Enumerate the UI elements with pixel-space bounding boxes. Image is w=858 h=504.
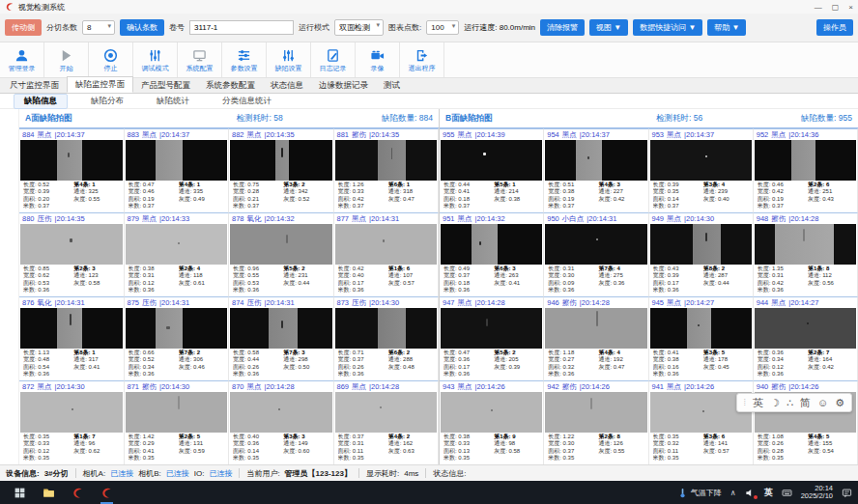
- metric-line: 灰度: 0.40: [703, 196, 751, 203]
- run-mode-select[interactable]: 双面检测: [334, 19, 384, 36]
- defect-cell[interactable]: 879黑点|20:14:33长度: 0.38宽度: 0.31面积: 0.12米数…: [125, 212, 230, 296]
- defect-cell[interactable]: 950小白点|20:14:31长度: 0.31宽度: 0.30面积: 0.09米…: [544, 212, 648, 296]
- defect-cell-header: 952黑点|20:14:36: [754, 129, 857, 140]
- subtab-defect-info[interactable]: 缺陷信息: [14, 94, 68, 109]
- defect-cell[interactable]: 875压伤|20:14:31长度: 0.66宽度: 0.52面积: 0.34米数…: [125, 296, 230, 380]
- toolbar-button-debug-mode[interactable]: 调试模式: [133, 42, 178, 77]
- metrics-left-column: 长度: 0.46宽度: 0.42面积: 0.19米数: 0.37: [758, 182, 805, 211]
- defect-cell[interactable]: 944黑点|20:14:27长度: 0.36宽度: 0.34面积: 0.12米数…: [754, 296, 858, 380]
- defect-cell[interactable]: 881擦伤|20:14:35长度: 1.26宽度: 0.33面积: 0.42米数…: [334, 128, 440, 212]
- subtab-defect-distribution[interactable]: 缺陷分布: [81, 95, 133, 108]
- start-button[interactable]: [14, 487, 26, 499]
- ime-moon-icon[interactable]: ☽: [770, 398, 780, 408]
- metric-line: 宽度: 0.26: [758, 440, 805, 447]
- defect-cell[interactable]: 871擦伤|20:14:30长度: 1.42宽度: 0.29面积: 0.41米数…: [125, 380, 230, 464]
- defect-cell[interactable]: 877黑点|20:14:31长度: 0.42宽度: 0.40面积: 0.17米数…: [334, 212, 440, 296]
- tab-size-monitor[interactable]: 尺寸监控界面: [2, 78, 67, 93]
- ime-grip-icon[interactable]: ⁞: [744, 398, 747, 407]
- defect-cell[interactable]: 952黑点|20:14:36长度: 0.46宽度: 0.42面积: 0.19米数…: [754, 128, 858, 212]
- defect-cell[interactable]: 882黑点|20:14:35长度: 0.75宽度: 0.28面积: 0.21米数…: [229, 128, 334, 212]
- tab-test[interactable]: 测试: [376, 78, 408, 93]
- slit-count-select[interactable]: 8: [82, 20, 115, 35]
- toolbar-button-exit-program[interactable]: 退出程序: [400, 42, 444, 77]
- metric-line: 通道: 288: [388, 356, 436, 363]
- minimize-button[interactable]: —: [815, 3, 822, 12]
- defect-cell[interactable]: 947黑点|20:14:28长度: 0.47宽度: 0.36面积: 0.17米数…: [440, 296, 544, 380]
- quick-access-menu-button[interactable]: 数据快捷访问 ▼: [633, 19, 702, 36]
- toolbar-button-admin-login[interactable]: 管理登录: [0, 42, 44, 77]
- ime-smiley-icon[interactable]: ☺: [817, 398, 828, 408]
- metric-line: 灰度: 0.60: [283, 448, 330, 455]
- ime-gear-icon[interactable]: ⚙: [835, 398, 844, 408]
- app-taskbar-icon-2[interactable]: [100, 487, 113, 499]
- defect-cell[interactable]: 953黑点|20:14:37长度: 0.39宽度: 0.35面积: 0.14米数…: [649, 128, 754, 212]
- defect-cell[interactable]: 870黑点|20:14:28长度: 0.40宽度: 0.36面积: 0.14米数…: [229, 380, 334, 464]
- clear-alarm-button[interactable]: 清除报警: [540, 19, 585, 36]
- toolbar-button-stop[interactable]: 停止: [89, 42, 133, 77]
- display-time-label: 显示耗时:: [366, 468, 399, 479]
- defect-cell[interactable]: 942擦伤|20:14:26长度: 1.22宽度: 0.30面积: 0.37米数…: [544, 380, 648, 464]
- defect-cell[interactable]: 955黑点|20:14:39长度: 0.44宽度: 0.41面积: 0.18米数…: [440, 128, 544, 212]
- defect-metrics: 长度: 0.38宽度: 0.33面积: 0.13米数: 0.35第1条: 9通道…: [440, 433, 543, 464]
- speaker-icon[interactable]: [745, 488, 756, 498]
- chart-points-select[interactable]: 100: [426, 20, 459, 35]
- defect-cell[interactable]: 946擦伤|20:14:28长度: 1.18宽度: 0.27面积: 0.32米数…: [544, 296, 648, 380]
- roll-number-input[interactable]: [189, 20, 294, 35]
- defect-cell[interactable]: 876氧化|20:14:31长度: 1.13宽度: 0.48面积: 0.54米数…: [19, 296, 125, 380]
- io-status: 已连接: [209, 468, 232, 479]
- tab-defect-monitor[interactable]: 缺陷监控界面: [67, 76, 133, 93]
- defect-id: 946: [547, 298, 559, 307]
- defect-cell[interactable]: 884黑点|20:14:37长度: 0.52宽度: 0.39面积: 0.20米数…: [19, 128, 125, 212]
- ime-simplified[interactable]: 简: [800, 398, 811, 408]
- panel-header: A面缺陷拍图检测耗时: 58缺陷数量: 884: [19, 109, 439, 128]
- toolbar-button-record-video[interactable]: 录像: [356, 42, 400, 77]
- toolbar-button-param-settings[interactable]: 参数设置: [222, 42, 267, 77]
- ime-english[interactable]: 英: [753, 398, 763, 408]
- defect-cell[interactable]: 872黑点|20:14:30长度: 0.35宽度: 0.33面积: 0.12米数…: [19, 380, 125, 464]
- defect-cell[interactable]: 883黑点|20:14:37长度: 0.47宽度: 0.46面积: 0.19米数…: [125, 128, 230, 212]
- defect-cell[interactable]: 880压伤|20:14:35长度: 0.85宽度: 0.62面积: 0.53米数…: [19, 212, 125, 296]
- maximize-button[interactable]: ▢: [832, 3, 840, 12]
- tab-edge-data[interactable]: 边缘数据记录: [311, 78, 376, 93]
- defect-count: 缺陷数量: 955: [751, 113, 852, 125]
- toolbar-button-system-config[interactable]: 系统配置: [178, 42, 222, 77]
- defect-cell[interactable]: 869黑点|20:14:28长度: 0.37宽度: 0.31面积: 0.11米数…: [334, 380, 440, 464]
- notification-center-icon[interactable]: [842, 488, 852, 498]
- defect-cell[interactable]: 948擦伤|20:14:28长度: 1.35宽度: 0.31面积: 0.42米数…: [754, 212, 858, 296]
- defect-cell[interactable]: 943黑点|20:14:26长度: 0.38宽度: 0.33面积: 0.13米数…: [440, 380, 544, 464]
- defect-cell[interactable]: 874压伤|20:14:31长度: 0.58宽度: 0.44面积: 0.26米数…: [229, 296, 334, 380]
- close-button[interactable]: ×: [848, 3, 853, 12]
- ime-dots-icon[interactable]: ∴: [786, 398, 793, 408]
- toolbar-button-log-record[interactable]: 日志记录: [311, 42, 356, 77]
- defect-time: |20:14:26: [788, 382, 818, 391]
- operator-button[interactable]: 操作员: [816, 19, 853, 36]
- weather-widget[interactable]: 气温下降: [677, 488, 722, 498]
- toolbar-button-defect-settings[interactable]: 缺陷设置: [267, 42, 311, 77]
- confirm-count-button[interactable]: 确认条数: [120, 19, 164, 36]
- tab-status-info[interactable]: 状态信息: [263, 78, 311, 93]
- help-menu-button[interactable]: 帮助 ▼: [707, 19, 746, 36]
- defect-id: 955: [443, 130, 455, 139]
- drive-side-button[interactable]: 传动侧: [5, 19, 42, 36]
- metric-line: 通道: 318: [388, 188, 436, 195]
- view-menu-button[interactable]: 视图 ▼: [589, 19, 628, 36]
- defect-cell[interactable]: 949黑点|20:14:30长度: 0.43宽度: 0.39面积: 0.17米数…: [649, 212, 754, 296]
- metric-line: 面积: 0.37: [548, 448, 595, 455]
- keyboard-icon[interactable]: [782, 488, 792, 498]
- defect-cell[interactable]: 945黑点|20:14:27长度: 0.41宽度: 0.38面积: 0.16米数…: [649, 296, 754, 380]
- file-explorer-button[interactable]: [43, 487, 55, 499]
- tab-system-params[interactable]: 系统参数配置: [198, 78, 263, 93]
- subtab-class-info-stats[interactable]: 分类信息统计: [213, 95, 281, 108]
- defect-cell[interactable]: 873压伤|20:14:30长度: 0.71宽度: 0.37面积: 0.26米数…: [334, 296, 440, 380]
- toolbar-button-start[interactable]: 开始: [44, 42, 89, 77]
- defect-cell[interactable]: 878氧化|20:14:32长度: 0.96宽度: 0.55面积: 0.53米数…: [229, 212, 334, 296]
- defect-cell[interactable]: 951黑点|20:14:32长度: 0.49宽度: 0.37面积: 0.18米数…: [440, 212, 544, 296]
- app-taskbar-icon-1[interactable]: [72, 487, 84, 499]
- language-indicator[interactable]: 英: [764, 487, 773, 499]
- metric-line: 米数: 0.37: [548, 203, 595, 210]
- defect-cell[interactable]: 954黑点|20:14:37长度: 0.51宽度: 0.38面积: 0.19米数…: [544, 128, 648, 212]
- tray-expand-icon[interactable]: ∧: [730, 489, 736, 497]
- taskbar-clock[interactable]: 20:14 2025/2/10: [801, 485, 833, 501]
- subtab-defect-stats[interactable]: 缺陷统计: [147, 95, 199, 108]
- tab-product-config[interactable]: 产品型号配置: [133, 78, 198, 93]
